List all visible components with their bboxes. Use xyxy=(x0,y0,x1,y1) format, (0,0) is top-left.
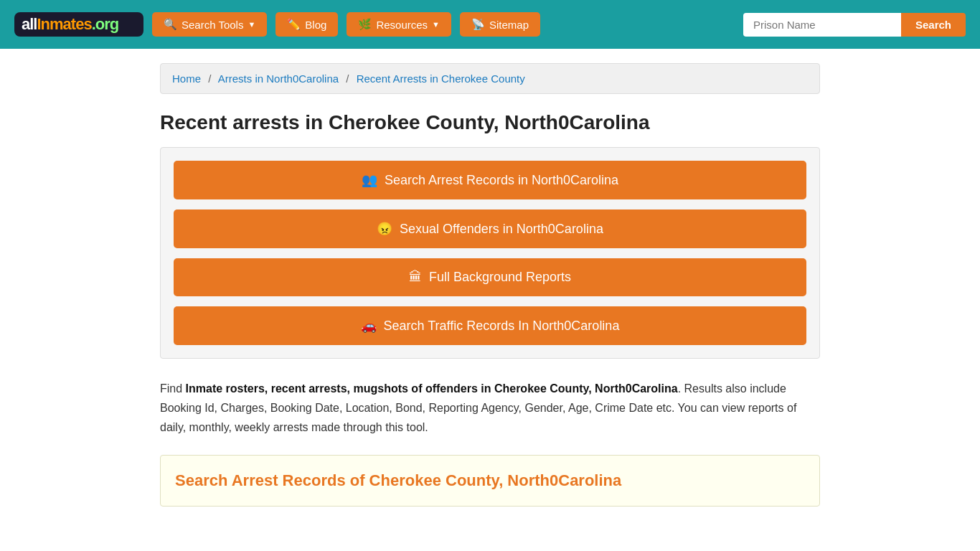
resources-icon: 🌿 xyxy=(358,18,372,31)
header: allInmates.org 🔍 Search Tools ▼ ✏️ Blog … xyxy=(0,0,980,49)
search-tools-arrow-icon: ▼ xyxy=(248,20,255,29)
blog-button[interactable]: ✏️ Blog xyxy=(275,12,338,37)
resources-label: Resources xyxy=(376,19,428,31)
sexual-offenders-icon: 😠 xyxy=(377,221,392,237)
sexual-offenders-label: Sexual Offenders in North0Carolina xyxy=(400,222,603,237)
bottom-section: Search Arrest Records of Cherokee County… xyxy=(160,455,820,507)
sitemap-label: Sitemap xyxy=(489,19,529,31)
blog-label: Blog xyxy=(305,19,326,31)
search-button-label: Search xyxy=(915,19,951,31)
prison-search-button[interactable]: Search xyxy=(901,13,966,37)
description-prefix: Find xyxy=(160,382,186,395)
page-title: Recent arrests in Cherokee County, North… xyxy=(160,111,820,134)
sitemap-icon: 📡 xyxy=(471,18,485,31)
breadcrumb-arrests-nc[interactable]: Arrests in North0Carolina xyxy=(218,72,339,85)
traffic-records-button[interactable]: 🚗 Search Traffic Records In North0Caroli… xyxy=(174,306,806,345)
background-reports-label: Full Background Reports xyxy=(429,270,571,285)
breadcrumb-home[interactable]: Home xyxy=(172,72,201,85)
arrest-records-icon: 👥 xyxy=(362,172,377,188)
background-reports-button[interactable]: 🏛 Full Background Reports xyxy=(174,258,806,296)
description-text: Find Inmate rosters, recent arrests, mug… xyxy=(160,379,820,438)
traffic-records-label: Search Traffic Records In North0Carolina xyxy=(384,319,620,334)
search-tools-label: Search Tools xyxy=(182,19,243,31)
breadcrumb: Home / Arrests in North0Carolina / Recen… xyxy=(160,63,820,94)
search-tools-icon: 🔍 xyxy=(164,18,177,31)
logo-org: .org xyxy=(92,15,119,34)
search-tools-button[interactable]: 🔍 Search Tools ▼ xyxy=(152,12,267,37)
sitemap-button[interactable]: 📡 Sitemap xyxy=(460,12,540,37)
traffic-records-icon: 🚗 xyxy=(361,318,377,334)
logo-inmates: Inmates xyxy=(37,15,91,34)
sexual-offenders-button[interactable]: 😠 Sexual Offenders in North0Carolina xyxy=(174,209,806,248)
prison-search-bar: Search xyxy=(743,13,966,37)
site-logo[interactable]: allInmates.org xyxy=(14,12,143,37)
breadcrumb-sep-2: / xyxy=(346,72,349,85)
prison-name-input[interactable] xyxy=(743,13,901,37)
breadcrumb-sep-1: / xyxy=(208,72,211,85)
logo-all: all xyxy=(22,15,37,34)
arrest-records-label: Search Arrest Records in North0Carolina xyxy=(385,173,618,188)
description-bold: Inmate rosters, recent arrests, mugshots… xyxy=(186,382,678,395)
blog-icon: ✏️ xyxy=(287,18,301,31)
bottom-section-title: Search Arrest Records of Cherokee County… xyxy=(175,470,805,492)
action-card: 👥 Search Arrest Records in North0Carolin… xyxy=(160,147,820,359)
breadcrumb-current: Recent Arrests in Cherokee County xyxy=(357,72,525,85)
background-reports-icon: 🏛 xyxy=(409,270,422,285)
resources-button[interactable]: 🌿 Resources ▼ xyxy=(347,12,451,37)
main-content: Home / Arrests in North0Carolina / Recen… xyxy=(146,49,834,535)
arrest-records-button[interactable]: 👥 Search Arrest Records in North0Carolin… xyxy=(174,161,806,199)
resources-arrow-icon: ▼ xyxy=(432,20,440,29)
